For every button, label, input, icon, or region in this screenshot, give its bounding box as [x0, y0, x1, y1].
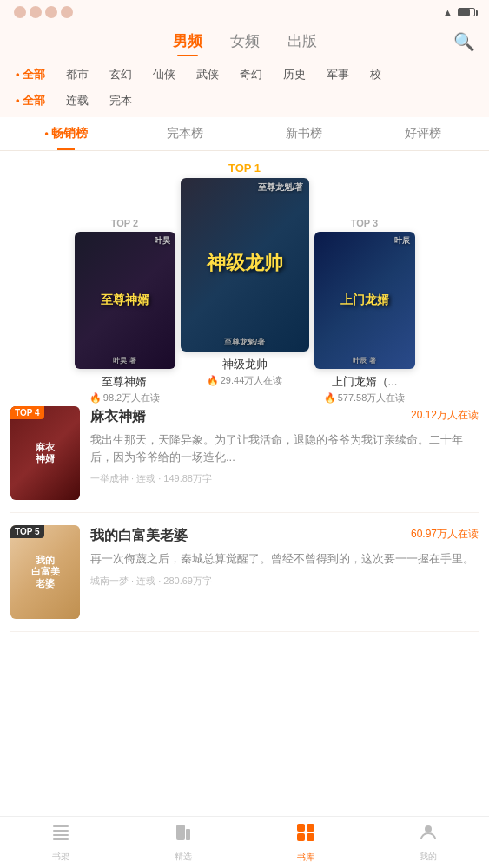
- list-readers-4: 20.12万人在读: [411, 408, 479, 423]
- ranking-tab-rated[interactable]: 好评榜: [363, 117, 482, 150]
- bottom-navigation: 书架 精选 书库 我的: [0, 816, 489, 868]
- fire-icon-2: 🔥: [89, 392, 102, 403]
- podium-section: TOP 2 叶昊 至尊神婿 叶昊 著 至尊神婿 🔥98.2万人在读 TOP 1 …: [0, 151, 489, 394]
- podium-badge-2: TOP 2: [111, 218, 138, 228]
- list-desc-5: 再一次侮蔑之后，秦城总算觉醒了。曾经不曾得到的，这次要一一握在手里。: [90, 550, 479, 568]
- category-filter: 全部 都市 玄幻 仙侠 武侠 奇幻 历史 军事 校 全部 连载 完本: [0, 56, 489, 117]
- book-cover-1: 至尊龙魁/著 神级龙帅 至尊龙魁/著: [181, 178, 309, 352]
- tab-male[interactable]: 男频: [173, 31, 202, 56]
- podium-info-1: 神级龙帅 🔥29.44万人在读: [207, 357, 283, 387]
- list-cover-4: 麻衣神婿 TOP 4: [10, 406, 80, 500]
- profile-icon: [418, 822, 439, 848]
- list-header-4: 麻衣神婿 20.12万人在读: [90, 408, 479, 426]
- svg-rect-4: [176, 825, 185, 840]
- podium-item-1[interactable]: TOP 1 至尊龙魁/著 神级龙帅 至尊龙魁/著 神级龙帅 🔥29.44万人在读: [181, 161, 309, 387]
- bottom-nav-featured[interactable]: 精选: [122, 817, 245, 868]
- wifi-icon: ▲: [443, 7, 453, 17]
- svg-rect-5: [186, 829, 190, 840]
- podium-info-2: 至尊神婿 🔥98.2万人在读: [89, 374, 160, 404]
- cover-author-tag-2: 叶昊 著: [109, 352, 139, 369]
- bottom-nav-featured-label: 精选: [175, 851, 192, 863]
- podium-readers-1: 🔥29.44万人在读: [207, 374, 283, 387]
- podium-badge-1: TOP 1: [228, 161, 261, 174]
- list-cover-title-5: 我的白富美老婆: [31, 555, 60, 589]
- filter-row-1: 全部 都市 玄幻 仙侠 武侠 奇幻 历史 军事 校: [7, 62, 489, 88]
- author-3: 叶辰: [314, 232, 415, 247]
- cover-title-1: 神级龙帅: [207, 252, 283, 274]
- author-2: 叶昊: [75, 232, 175, 247]
- filter-xianxia[interactable]: 仙侠: [144, 64, 184, 85]
- svg-rect-7: [307, 824, 314, 832]
- top-navigation: 男频 女频 出版 🔍: [0, 24, 489, 56]
- bottom-nav-library-label: 书库: [297, 852, 314, 864]
- svg-rect-1: [53, 830, 69, 832]
- list-meta-4: 一举成神 · 连载 · 149.88万字: [90, 472, 479, 485]
- book-cover-img-1: 至尊龙魁/著 神级龙帅 至尊龙魁/著: [181, 178, 309, 352]
- bottom-nav-profile-label: 我的: [420, 851, 437, 863]
- list-header-5: 我的白富美老婆 60.97万人在读: [90, 527, 479, 545]
- svg-rect-2: [53, 834, 69, 836]
- svg-rect-6: [297, 824, 305, 832]
- filter-qihuan[interactable]: 奇幻: [231, 64, 271, 85]
- bottom-nav-bookshelf-label: 书架: [52, 851, 69, 863]
- search-button[interactable]: 🔍: [453, 31, 475, 52]
- bottom-nav-library[interactable]: 书库: [245, 817, 367, 868]
- book-cover-2: 叶昊 至尊神婿 叶昊 著: [75, 232, 175, 369]
- podium-title-3: 上门龙婿（...: [324, 374, 406, 390]
- svg-rect-8: [297, 833, 305, 841]
- cover-title-3: 上门龙婿: [340, 293, 389, 307]
- filter-wuxia[interactable]: 武侠: [188, 64, 228, 85]
- status-bar-right: ▲: [443, 7, 475, 17]
- filter-urban[interactable]: 都市: [57, 64, 97, 85]
- library-icon: [294, 821, 317, 849]
- ranking-tab-bestseller[interactable]: 畅销榜: [7, 117, 126, 150]
- filter-fantasy[interactable]: 玄幻: [101, 64, 141, 85]
- status-bar: ▲: [0, 0, 489, 24]
- list-readers-5: 60.97万人在读: [411, 527, 479, 542]
- list-item-5[interactable]: 我的白富美老婆 TOP 5 我的白富美老婆 60.97万人在读 再一次侮蔑之后，…: [10, 513, 479, 632]
- podium-item-3[interactable]: TOP 3 叶辰 上门龙婿 叶辰 著 上门龙婿（... 🔥577.58万人在读: [314, 218, 415, 404]
- rank-badge-5: TOP 5: [10, 525, 44, 538]
- list-meta-5: 城南一梦 · 连载 · 280.69万字: [90, 575, 479, 588]
- filter-all-2[interactable]: 全部: [7, 90, 54, 111]
- filter-all[interactable]: 全部: [7, 64, 54, 85]
- filter-row-2: 全部 连载 完本: [7, 88, 489, 114]
- book-cover-img-2: 叶昊 至尊神婿 叶昊 著: [75, 232, 175, 369]
- podium-title-2: 至尊神婿: [89, 374, 160, 390]
- podium-item-2[interactable]: TOP 2 叶昊 至尊神婿 叶昊 著 至尊神婿 🔥98.2万人在读: [75, 218, 175, 404]
- list-cover-img-4: 麻衣神婿: [10, 406, 80, 500]
- nav-tabs: 男频 女频 出版: [173, 31, 317, 56]
- list-info-5: 我的白富美老婆 60.97万人在读 再一次侮蔑之后，秦城总算觉醒了。曾经不曾得到…: [90, 525, 479, 588]
- bottom-nav-profile[interactable]: 我的: [367, 817, 489, 868]
- cover-author-tag-1: 至尊龙魁/著: [221, 333, 269, 352]
- status-dot-2: [30, 6, 42, 18]
- list-item-4[interactable]: 麻衣神婿 TOP 4 麻衣神婿 20.12万人在读 我出生那天，天降异象。为了让…: [10, 394, 479, 513]
- status-dot-3: [45, 6, 57, 18]
- bottom-nav-bookshelf[interactable]: 书架: [0, 817, 122, 868]
- cover-author-tag-3: 叶辰 著: [349, 352, 379, 369]
- tab-publish[interactable]: 出版: [287, 31, 317, 56]
- podium-info-3: 上门龙婿（... 🔥577.58万人在读: [324, 374, 406, 404]
- status-dot-4: [61, 6, 73, 18]
- filter-campus[interactable]: 校: [361, 64, 390, 85]
- battery-fill: [459, 9, 470, 16]
- fire-icon-3: 🔥: [324, 392, 336, 403]
- filter-history[interactable]: 历史: [274, 64, 314, 85]
- fire-icon-1: 🔥: [207, 375, 219, 385]
- featured-icon: [173, 822, 194, 848]
- tab-female[interactable]: 女频: [230, 31, 260, 56]
- list-cover-5: 我的白富美老婆 TOP 5: [10, 525, 80, 619]
- svg-point-10: [425, 825, 432, 832]
- ranking-tab-new[interactable]: 新书榜: [245, 117, 364, 150]
- podium-title-1: 神级龙帅: [207, 357, 283, 372]
- podium-readers-3: 🔥577.58万人在读: [324, 391, 406, 404]
- cover-title-2: 至尊神婿: [101, 293, 149, 307]
- list-desc-4: 我出生那天，天降异象。为了让我活命，退隐的爷爷为我订亲续命。二十年后，因为爷爷给…: [90, 431, 479, 465]
- filter-complete[interactable]: 完本: [101, 90, 141, 111]
- filter-military[interactable]: 军事: [318, 64, 358, 85]
- filter-serialized[interactable]: 连载: [57, 90, 97, 111]
- list-title-5: 我的白富美老婆: [90, 527, 188, 545]
- ranking-tab-complete[interactable]: 完本榜: [126, 117, 245, 150]
- rank-badge-4: TOP 4: [10, 406, 44, 419]
- svg-rect-3: [53, 838, 69, 840]
